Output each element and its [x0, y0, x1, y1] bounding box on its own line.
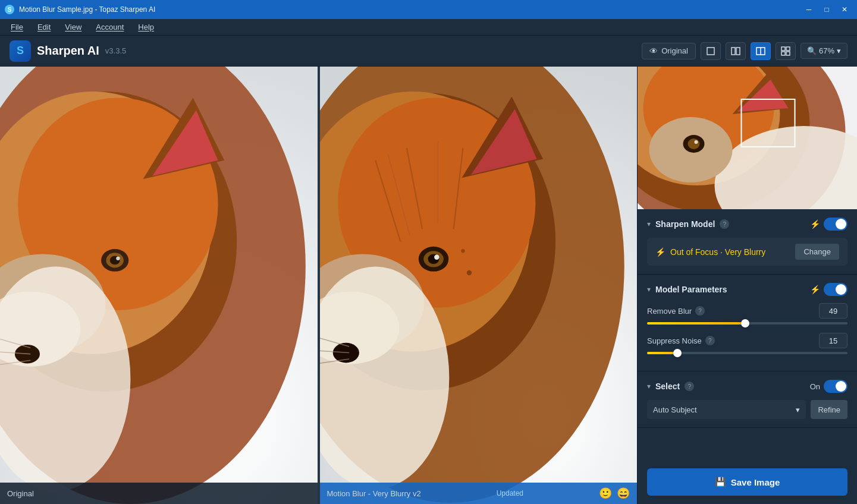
sharpen-chevron-icon[interactable]: ▾: [647, 220, 651, 228]
original-label-bar: Original: [0, 483, 318, 504]
processed-panel: Motion Blur - Very Blurry v2 Updated 🙂 😄: [320, 67, 638, 504]
remove-blur-value[interactable]: 49: [819, 303, 847, 319]
svg-rect-0: [707, 48, 714, 55]
auto-subject-dropdown[interactable]: Auto Subject ▾: [647, 400, 806, 419]
remove-blur-label-row: Remove Blur ? 49: [647, 303, 847, 319]
original-button[interactable]: 👁 Original: [642, 43, 696, 59]
sharpen-toggle-container: ⚡: [810, 218, 847, 231]
svg-rect-5: [781, 47, 785, 51]
updated-badge: Updated: [497, 489, 523, 497]
header: S Sharpen AI v3.3.5 👁 Original 🔍 67% ▾: [0, 36, 857, 67]
sharpen-lightning-icon: ⚡: [810, 219, 820, 229]
thumbsdown-icon[interactable]: 😄: [617, 487, 630, 500]
suppress-noise-label-left: Suppress Noise ?: [647, 336, 715, 345]
menu-file[interactable]: File: [5, 21, 29, 33]
select-section-header: ▾ Select ? On: [647, 380, 847, 393]
select-section: ▾ Select ? On Auto Subject ▾ Refine: [638, 371, 857, 428]
save-area: 💾 Save Image: [638, 460, 857, 504]
change-model-button[interactable]: Change: [795, 244, 839, 260]
suppress-noise-slider-track[interactable]: [647, 352, 847, 354]
auto-subject-label: Auto Subject: [653, 405, 697, 414]
select-title: Select: [655, 382, 680, 391]
model-params-toggle[interactable]: [824, 283, 847, 296]
sharpen-model-toggle[interactable]: [824, 218, 847, 231]
canvas-area: Original: [0, 67, 637, 504]
suppress-noise-label-row: Suppress Noise ? 15: [647, 333, 847, 348]
side-by-side-icon: [731, 46, 740, 56]
menu-account[interactable]: Account: [90, 21, 130, 33]
view-sidebyside-button[interactable]: [726, 42, 746, 60]
view-grid-button[interactable]: [776, 42, 796, 60]
panel-divider[interactable]: [318, 67, 320, 504]
suppress-noise-help-icon[interactable]: ?: [705, 336, 715, 345]
original-fox-image: [0, 67, 318, 504]
view-split-button[interactable]: [751, 42, 771, 60]
remove-blur-slider-track[interactable]: [647, 322, 847, 325]
close-button[interactable]: ✕: [837, 4, 852, 15]
model-lightning-icon: ⚡: [655, 247, 665, 257]
svg-point-63: [695, 140, 698, 144]
select-toggle-label: On: [810, 382, 820, 391]
menu-edit[interactable]: Edit: [32, 21, 56, 33]
thumbsup-icon[interactable]: 🙂: [599, 487, 612, 500]
select-toggle[interactable]: [824, 380, 847, 393]
original-label: Original: [661, 46, 688, 55]
zoom-button[interactable]: 🔍 67% ▾: [801, 43, 847, 59]
window-title: Motion Blur Sample.jpg - Topaz Sharpen A…: [19, 5, 155, 14]
logo-area: S Sharpen AI v3.3.5: [10, 40, 126, 62]
model-params-header: ▾ Model Parameters ⚡: [647, 283, 847, 296]
save-label: Save Image: [731, 477, 780, 487]
select-chevron-icon[interactable]: ▾: [647, 382, 651, 390]
params-toggle-container: ⚡: [810, 283, 847, 296]
original-panel-label: Original: [7, 489, 34, 498]
svg-point-53: [461, 249, 464, 253]
select-title-left: ▾ Select ?: [647, 382, 694, 391]
app-icon: S: [5, 5, 14, 14]
sharpen-model-header: ▾ Sharpen Model ? ⚡: [647, 218, 847, 231]
svg-point-21: [116, 257, 120, 260]
emoji-controls: 🙂 😄: [599, 487, 630, 500]
zoom-icon: 🔍: [807, 46, 817, 55]
processed-label-bar: Motion Blur - Very Blurry v2 Updated 🙂 😄: [320, 483, 638, 504]
view-single-button[interactable]: [701, 42, 721, 60]
svg-rect-1: [732, 48, 735, 55]
sharpen-title-left: ▾ Sharpen Model ?: [647, 219, 729, 229]
select-help-icon[interactable]: ?: [685, 382, 694, 391]
right-panel: ▾ Sharpen Model ? ⚡ ⚡ Out of Focus · Ver…: [637, 67, 857, 504]
canvas-wrapper: Original: [0, 67, 637, 504]
view-controls: 👁 Original 🔍 67% ▾: [642, 42, 847, 60]
suppress-noise-value[interactable]: 15: [819, 333, 847, 348]
suppress-noise-slider-thumb[interactable]: [673, 349, 682, 357]
thumbnail-image: [638, 67, 857, 209]
menu-bar: File Edit View Account Help: [0, 19, 857, 36]
split-view-icon: [756, 46, 765, 56]
params-lightning-icon: ⚡: [810, 285, 820, 294]
processed-panel-label: Motion Blur - Very Blurry v2: [327, 489, 421, 498]
auto-subject-row: Auto Subject ▾ Refine: [647, 400, 847, 419]
zoom-chevron-icon: ▾: [837, 46, 841, 55]
svg-rect-8: [786, 52, 790, 55]
logo-icon: S: [10, 40, 31, 62]
svg-point-52: [466, 270, 471, 275]
minimize-button[interactable]: ─: [801, 4, 817, 15]
menu-help[interactable]: Help: [132, 21, 160, 33]
refine-button[interactable]: Refine: [811, 400, 847, 419]
main-content: Original: [0, 67, 857, 504]
remove-blur-row: Remove Blur ? 49: [647, 303, 847, 325]
save-icon: 💾: [715, 477, 726, 487]
single-view-icon: [706, 46, 715, 56]
remove-blur-slider-thumb[interactable]: [741, 319, 749, 327]
maximize-button[interactable]: □: [819, 4, 834, 15]
remove-blur-help-icon[interactable]: ?: [695, 306, 705, 316]
sharpen-help-icon[interactable]: ?: [720, 219, 729, 229]
select-toggle-container: On: [810, 380, 847, 393]
eye-icon: 👁: [649, 46, 658, 56]
params-chevron-icon[interactable]: ▾: [647, 285, 651, 294]
zoom-level: 67%: [819, 46, 834, 55]
save-image-button[interactable]: 💾 Save Image: [647, 468, 847, 496]
app-name: Sharpen AI: [37, 44, 99, 58]
params-title-left: ▾ Model Parameters: [647, 285, 727, 294]
remove-blur-slider-fill: [647, 322, 745, 325]
svg-rect-6: [786, 47, 790, 51]
menu-view[interactable]: View: [59, 21, 87, 33]
